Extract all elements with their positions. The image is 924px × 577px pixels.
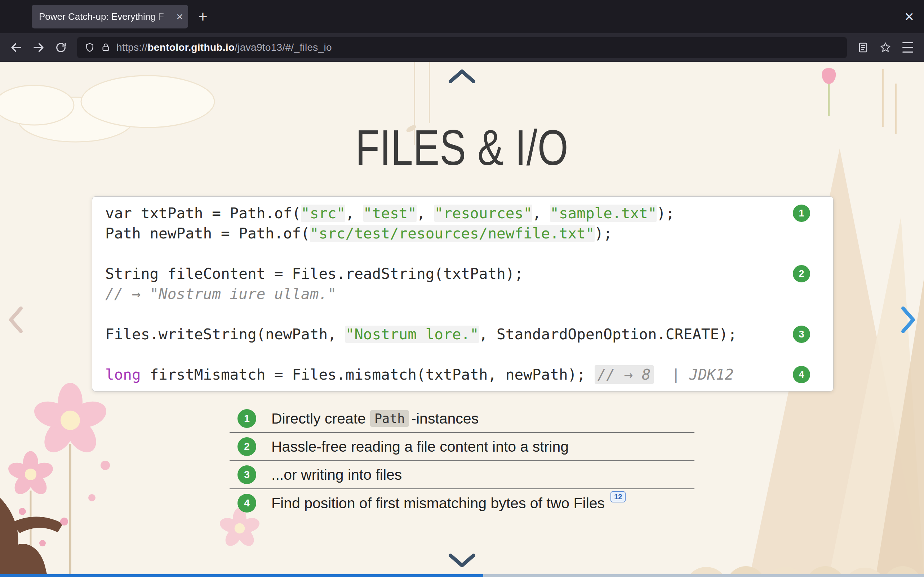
tulip-decoration [822, 68, 896, 134]
url-host: bentolor.github.io [147, 42, 234, 53]
code-line [105, 304, 779, 324]
hamburger-icon [902, 42, 913, 43]
url-text: https://bentolor.github.io/java9to13/#/_… [116, 42, 332, 53]
lock-icon[interactable] [101, 42, 111, 52]
reload-button[interactable] [50, 36, 72, 59]
legend-number-badge: 3 [237, 465, 256, 484]
chevron-left-icon [8, 306, 23, 334]
code-line [105, 344, 779, 364]
url-path: /java9to13/#/_files_io [234, 42, 332, 53]
trunk-decoration [0, 498, 68, 577]
star-icon [879, 42, 892, 54]
code-marker-1: 1 [793, 205, 810, 222]
legend-text: ...or writing into files [271, 466, 402, 484]
nav-right-arrow[interactable] [901, 306, 916, 334]
legend-text: Directly create Path-instances [271, 410, 478, 427]
nav-up-arrow[interactable] [448, 68, 476, 84]
legend-list: 1 Directly create Path-instances 2 Hassl… [229, 405, 695, 517]
tab-bar: Power Catch-up: Everything F × + × [0, 0, 924, 33]
legend-number-badge: 4 [237, 494, 256, 513]
progress-bar[interactable] [0, 574, 924, 577]
browser-chrome: Power Catch-up: Everything F × + × https… [0, 0, 924, 62]
legend-text: Find position of first mismatching bytes… [271, 495, 626, 512]
nav-left-arrow[interactable] [8, 306, 23, 334]
inline-code-chip: Path [370, 410, 409, 427]
navigation-toolbar: https://bentolor.github.io/java9to13/#/_… [0, 33, 924, 62]
chevron-up-icon [448, 68, 476, 84]
nav-down-arrow[interactable] [448, 553, 476, 568]
code-markers: 1234 [793, 197, 810, 391]
legend-item-4: 4 Find position of first mismatching byt… [229, 489, 695, 517]
back-button[interactable] [5, 36, 27, 59]
url-protocol: https:// [116, 42, 147, 53]
code-line: // → "Nostrum iure ullam." [105, 284, 779, 304]
new-tab-button[interactable]: + [198, 9, 208, 24]
code-lines: var txtPath = Path.of("src", "test", "re… [105, 203, 779, 385]
jdk-version-badge: 12 [611, 491, 626, 503]
browser-tab[interactable]: Power Catch-up: Everything F × [32, 5, 188, 29]
forward-button[interactable] [27, 36, 50, 59]
code-line [105, 243, 779, 264]
legend-number-badge: 2 [237, 437, 256, 456]
bookmark-star-button[interactable] [874, 36, 897, 59]
legend-item-2: 2 Hassle-free reading a file content int… [229, 433, 695, 461]
legend-number-badge: 1 [237, 409, 256, 428]
reader-view-icon [857, 42, 869, 54]
code-block: var txtPath = Path.of("src", "test", "re… [92, 196, 834, 392]
reload-icon [55, 42, 67, 54]
back-arrow-icon [10, 41, 23, 54]
code-marker-3: 3 [793, 326, 810, 343]
code-line: Files.writeString(newPath, "Nostrum lore… [105, 324, 779, 344]
slide-title: FILES & I/O [102, 122, 822, 173]
flower-decoration-left [6, 383, 261, 577]
slide-stage: FILES & I/O var txtPath = Path.of("src",… [0, 62, 924, 577]
url-bar[interactable]: https://bentolor.github.io/java9to13/#/_… [77, 37, 847, 58]
window-close-button[interactable]: × [905, 9, 914, 24]
legend-item-1: 1 Directly create Path-instances [229, 405, 695, 433]
tab-close-button[interactable]: × [176, 11, 183, 23]
menu-button[interactable] [897, 36, 919, 59]
code-marker-4: 4 [793, 366, 810, 383]
code-line: Path newPath = Path.of("src/test/resourc… [105, 223, 779, 243]
code-marker-2: 2 [793, 265, 810, 282]
code-line: String fileContent = Files.readString(tx… [105, 264, 779, 284]
code-line: var txtPath = Path.of("src", "test", "re… [105, 203, 779, 223]
progress-fill [0, 574, 483, 577]
legend-item-3: 3 ...or writing into files [229, 461, 695, 489]
reader-view-button[interactable] [852, 36, 874, 59]
forward-arrow-icon [32, 41, 45, 54]
tracking-protection-shield-icon[interactable] [84, 42, 95, 53]
chevron-right-icon [901, 306, 916, 334]
chevron-down-icon [448, 553, 476, 568]
legend-text: Hassle-free reading a file content into … [271, 438, 569, 455]
tab-title: Power Catch-up: Everything F [39, 11, 174, 23]
code-line: long firstMismatch = Files.mismatch(txtP… [105, 364, 779, 385]
